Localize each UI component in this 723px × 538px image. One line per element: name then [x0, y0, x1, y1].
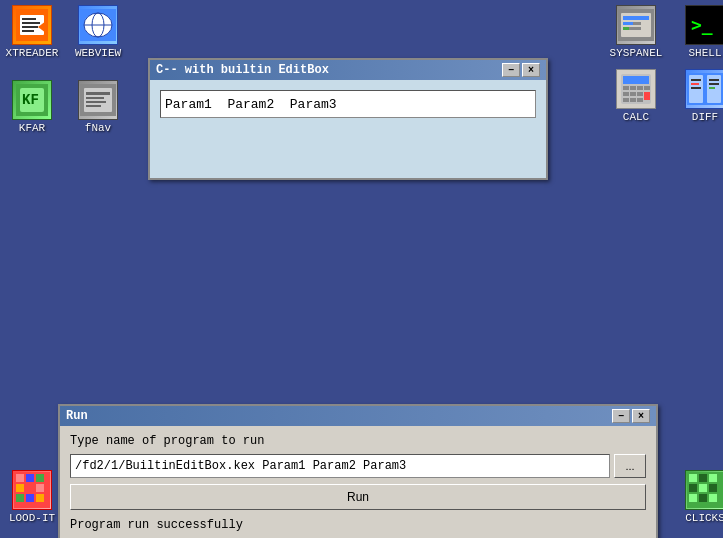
svg-rect-58 — [36, 484, 44, 492]
svg-rect-53 — [16, 474, 24, 482]
calc-label: CALC — [623, 111, 649, 123]
xtreader-icon — [12, 5, 52, 45]
editbox-dialog: C-- with builtin EditBox − × — [148, 58, 548, 180]
editbox-content — [150, 80, 546, 178]
svg-rect-68 — [709, 484, 717, 492]
svg-rect-55 — [36, 474, 44, 482]
svg-rect-37 — [630, 92, 636, 96]
lood-label: LOOD-IT — [9, 512, 55, 524]
svg-rect-63 — [689, 474, 697, 482]
svg-rect-4 — [22, 26, 38, 28]
svg-rect-61 — [36, 494, 44, 502]
run-status: Program run successfully — [70, 516, 646, 534]
editbox-titlebar-buttons: − × — [502, 63, 540, 77]
svg-rect-39 — [644, 92, 650, 100]
svg-rect-15 — [84, 88, 112, 112]
svg-rect-56 — [16, 484, 24, 492]
svg-rect-59 — [16, 494, 24, 502]
svg-rect-34 — [637, 86, 643, 90]
svg-rect-51 — [709, 87, 715, 89]
run-content: Type name of program to run ... Run Prog… — [60, 426, 656, 538]
svg-rect-17 — [86, 97, 104, 99]
editbox-close-button[interactable]: × — [522, 63, 540, 77]
svg-rect-33 — [630, 86, 636, 90]
svg-rect-42 — [637, 98, 643, 102]
syspanel-label: SYSPANEL — [610, 47, 663, 59]
icon-shell[interactable]: >_ SHELL — [673, 5, 723, 59]
svg-text:>_: >_ — [691, 14, 713, 35]
svg-rect-54 — [26, 474, 34, 482]
svg-rect-5 — [22, 30, 34, 32]
svg-rect-26 — [623, 27, 629, 30]
svg-rect-22 — [623, 16, 649, 20]
run-title: Run — [66, 409, 88, 423]
svg-rect-70 — [699, 494, 707, 502]
fnav-label: fNav — [85, 122, 111, 134]
run-label: Type name of program to run — [70, 434, 646, 448]
svg-rect-19 — [86, 105, 101, 107]
svg-rect-47 — [691, 83, 699, 85]
editbox-empty-area — [160, 118, 536, 168]
svg-text:KF: KF — [22, 92, 39, 108]
icon-webview[interactable]: WEBVIEW — [66, 5, 130, 59]
svg-rect-18 — [86, 101, 106, 103]
run-run-button[interactable]: Run — [70, 484, 646, 510]
icon-fnav[interactable]: fNav — [66, 80, 130, 134]
icon-kfar[interactable]: KF KFAR — [0, 80, 64, 134]
xtreader-label: XTREADER — [6, 47, 59, 59]
svg-rect-71 — [709, 494, 717, 502]
kfar-icon: KF — [12, 80, 52, 120]
run-titlebar-buttons: − × — [612, 409, 650, 423]
svg-rect-57 — [26, 484, 34, 492]
svg-rect-32 — [623, 86, 629, 90]
svg-rect-64 — [699, 474, 707, 482]
svg-rect-46 — [691, 79, 701, 81]
run-input-row: ... — [70, 454, 646, 478]
icon-lood-it[interactable]: LOOD-IT — [0, 470, 64, 524]
run-titlebar: Run − × — [60, 406, 656, 426]
icon-calc[interactable]: CALC — [604, 69, 668, 123]
lood-icon — [12, 470, 52, 510]
icon-xtreader[interactable]: XTREADER — [0, 5, 64, 59]
icon-syspanel[interactable]: SYSPANEL — [604, 5, 668, 59]
svg-rect-41 — [630, 98, 636, 102]
webview-icon — [78, 5, 118, 45]
run-browse-button[interactable]: ... — [614, 454, 646, 478]
svg-rect-65 — [709, 474, 717, 482]
svg-rect-38 — [637, 92, 643, 96]
svg-rect-50 — [709, 83, 719, 85]
svg-rect-24 — [623, 22, 633, 25]
shell-icon: >_ — [685, 5, 723, 45]
svg-rect-35 — [644, 86, 650, 90]
diff-label: DIFF — [692, 111, 718, 123]
editbox-input[interactable] — [160, 90, 536, 118]
webview-label: WEBVIEW — [75, 47, 121, 59]
run-input[interactable] — [70, 454, 610, 478]
svg-rect-3 — [22, 22, 40, 24]
svg-rect-60 — [26, 494, 34, 502]
icon-diff[interactable]: DIFF — [673, 69, 723, 123]
shell-label: SHELL — [688, 47, 721, 59]
svg-rect-49 — [709, 79, 719, 81]
fnav-icon — [78, 80, 118, 120]
svg-rect-31 — [623, 76, 649, 84]
svg-rect-40 — [623, 98, 629, 102]
svg-rect-69 — [689, 494, 697, 502]
editbox-titlebar: C-- with builtin EditBox − × — [150, 60, 546, 80]
svg-rect-16 — [86, 92, 110, 95]
calc-icon — [616, 69, 656, 109]
svg-rect-67 — [699, 484, 707, 492]
icon-clicks[interactable]: CLICKS — [673, 470, 723, 524]
run-close-button[interactable]: × — [632, 409, 650, 423]
clicks-icon — [685, 470, 723, 510]
svg-rect-36 — [623, 92, 629, 96]
diff-icon — [685, 69, 723, 109]
syspanel-icon — [616, 5, 656, 45]
editbox-minimize-button[interactable]: − — [502, 63, 520, 77]
svg-rect-2 — [22, 18, 36, 20]
run-minimize-button[interactable]: − — [612, 409, 630, 423]
kfar-label: KFAR — [19, 122, 45, 134]
svg-rect-66 — [689, 484, 697, 492]
svg-rect-48 — [691, 87, 701, 89]
clicks-label: CLICKS — [685, 512, 723, 524]
